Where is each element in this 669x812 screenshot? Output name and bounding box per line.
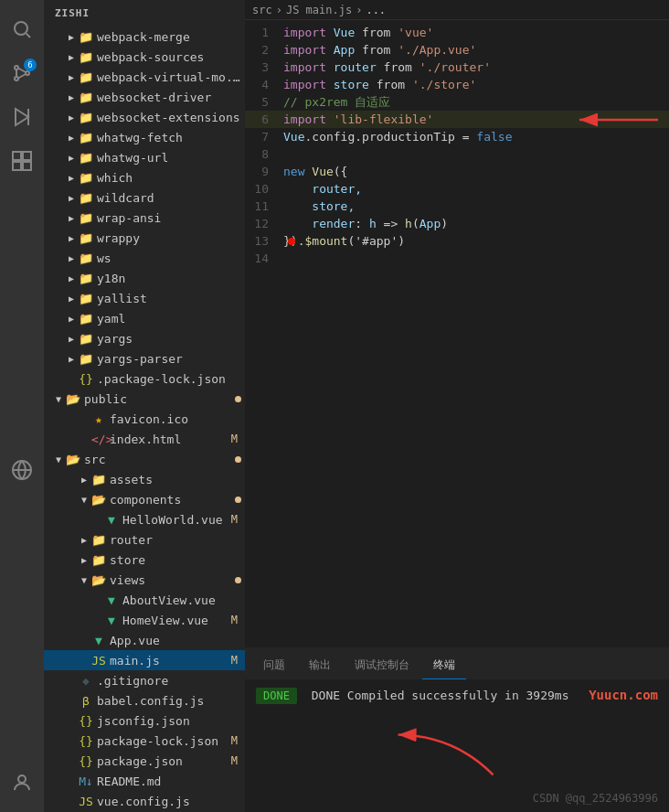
sidebar-item-whatwg-fetch[interactable]: ▶ 📁 whatwg-fetch <box>44 127 245 147</box>
search-activity-icon[interactable] <box>0 7 44 51</box>
vue-icon: ▼ <box>91 634 106 647</box>
sidebar-item-websocket-extensions[interactable]: ▶ 📁 websocket-extensions <box>44 107 245 127</box>
json-icon: {} <box>79 734 93 748</box>
item-label: webpack-virtual-mo... <box>97 70 245 84</box>
sidebar-item-package-lock[interactable]: ▶ {} .package-lock.json <box>44 369 245 389</box>
code-editor[interactable]: 1 import Vue from 'vue' 2 import App fro… <box>245 20 669 647</box>
arrow-icon: ▶ <box>64 72 79 82</box>
sidebar-item-assets[interactable]: ▶ 📁 assets <box>44 469 245 489</box>
line-content: store, <box>283 198 669 215</box>
sidebar-item-wrappy[interactable]: ▶ 📁 wrappy <box>44 228 245 248</box>
sidebar-item-main-js[interactable]: ▶ JS main.js M <box>44 650 245 670</box>
sidebar-item-y18n[interactable]: ▶ 📁 y18n <box>44 268 245 288</box>
breadcrumb-sep1: › <box>276 4 282 16</box>
sidebar-item-homeview[interactable]: ▶ ▼ HomeView.vue M <box>44 610 245 630</box>
tab-terminal[interactable]: 终端 <box>422 652 466 679</box>
sidebar-item-wildcard[interactable]: ▶ 📁 wildcard <box>44 187 245 208</box>
line-content: new Vue({ <box>283 163 669 180</box>
folder-icon: 📂 <box>66 453 80 466</box>
modified-dot <box>235 497 241 503</box>
sidebar-item-readme[interactable]: ▶ M↓ README.md <box>44 771 245 791</box>
scm-activity-icon[interactable]: 6 <box>0 51 44 95</box>
code-line-13: 13 }).$mount('#app') <box>245 232 669 250</box>
arrow-icon: ▶ <box>77 475 91 485</box>
item-label: webpack-sources <box>97 50 245 64</box>
extensions-activity-icon[interactable] <box>0 139 44 183</box>
account-activity-icon[interactable] <box>0 761 44 805</box>
item-label: ws <box>97 251 245 265</box>
breadcrumb: src › JS main.js › ... <box>245 0 669 20</box>
sidebar-item-yargs-parser[interactable]: ▶ 📁 yargs-parser <box>44 348 245 369</box>
arrow-icon: ▶ <box>64 253 79 263</box>
line-content: import store from './store' <box>283 76 669 93</box>
arrow-icon: ▶ <box>64 112 79 123</box>
babel-icon: β <box>79 694 93 708</box>
sidebar-item-wrap-ansi[interactable]: ▶ 📁 wrap-ansi <box>44 208 245 228</box>
sidebar-item-yallist[interactable]: ▶ 📁 yallist <box>44 288 245 308</box>
item-label: webpack-merge <box>97 30 245 44</box>
sidebar-item-babel[interactable]: ▶ β babel.config.js <box>44 690 245 710</box>
code-line-6: 6 import 'lib-flexible' <box>245 111 669 128</box>
sidebar-item-gitignore[interactable]: ▶ ◆ .gitignore <box>44 670 245 690</box>
run-activity-icon[interactable] <box>0 95 44 139</box>
sidebar-item-components[interactable]: ▼ 📂 components <box>44 489 245 509</box>
sidebar-item-favicon[interactable]: ▶ ★ favicon.ico <box>44 409 245 429</box>
arrow-icon: ▶ <box>64 233 79 243</box>
arrow-icon: ▶ <box>64 294 79 304</box>
svg-rect-12 <box>13 162 21 170</box>
code-line-9: 9 new Vue({ <box>245 163 669 180</box>
line-number: 12 <box>245 217 283 230</box>
arrow-icon: ▶ <box>77 555 91 565</box>
sidebar-item-package-json[interactable]: ▶ {} package.json M <box>44 751 245 771</box>
folder-icon: 📁 <box>79 50 93 64</box>
sidebar-item-yargs[interactable]: ▶ 📁 yargs <box>44 328 245 348</box>
folder-icon: 📁 <box>79 111 93 124</box>
item-label: which <box>97 171 245 185</box>
sidebar-item-helloworld[interactable]: ▶ ▼ HelloWorld.vue M <box>44 509 245 529</box>
sidebar-item-jsconfig[interactable]: ▶ {} jsconfig.json <box>44 710 245 731</box>
remote-activity-icon[interactable] <box>0 450 44 494</box>
tab-problems[interactable]: 问题 <box>252 652 296 679</box>
line-number: 10 <box>245 182 283 196</box>
sidebar-item-ws[interactable]: ▶ 📁 ws <box>44 248 245 268</box>
sidebar-item-store[interactable]: ▶ 📁 store <box>44 550 245 570</box>
modified-indicator: M <box>231 513 238 526</box>
tab-output[interactable]: 输出 <box>298 652 342 679</box>
folder-icon: 📁 <box>79 30 93 44</box>
sidebar-item-vue-config[interactable]: ▶ JS vue.config.js <box>44 791 245 811</box>
sidebar-item-which[interactable]: ▶ 📁 which <box>44 167 245 187</box>
sidebar-item-router[interactable]: ▶ 📁 router <box>44 529 245 550</box>
sidebar-item-aboutview[interactable]: ▶ ▼ AboutView.vue <box>44 590 245 610</box>
arrow-icon: ▶ <box>77 535 91 545</box>
sidebar-item-views[interactable]: ▼ 📂 views <box>44 570 245 590</box>
item-label: components <box>110 493 231 507</box>
line-number: 11 <box>245 199 283 213</box>
watermark: Yuucn.com <box>589 688 658 702</box>
sidebar-title: ZISHI <box>44 0 245 27</box>
sidebar-item-webpack-sources[interactable]: ▶ 📁 webpack-sources <box>44 47 245 67</box>
bottom-panel: 问题 输出 调试控制台 终端 DONE DONE Compiled succes… <box>245 647 669 812</box>
sidebar-item-app-vue[interactable]: ▶ ▼ App.vue <box>44 630 245 650</box>
red-arrow-sidebar <box>384 720 509 785</box>
line-number: 7 <box>245 130 283 144</box>
sidebar-item-package-lock-json[interactable]: ▶ {} package-lock.json M <box>44 731 245 751</box>
folder-icon: 📁 <box>79 151 93 165</box>
vue-icon: ▼ <box>104 593 119 607</box>
sidebar-item-webpack-merge[interactable]: ▶ 📁 webpack-merge <box>44 27 245 47</box>
modified-dot <box>235 456 241 463</box>
activity-bar: 6 <box>0 0 44 812</box>
item-label: vue.config.js <box>97 795 245 808</box>
line-content: import App from './App.vue' <box>283 41 669 59</box>
sidebar-item-yaml[interactable]: ▶ 📁 yaml <box>44 308 245 328</box>
item-label: store <box>110 553 245 567</box>
sidebar-item-webpack-virtual[interactable]: ▶ 📁 webpack-virtual-mo... <box>44 67 245 87</box>
terminal-output: DONE Compiled successfully in 3929ms <box>312 689 569 702</box>
folder-icon: 📁 <box>79 231 93 245</box>
sidebar-item-whatwg-url[interactable]: ▶ 📁 whatwg-url <box>44 147 245 167</box>
sidebar-item-src[interactable]: ▼ 📂 src <box>44 449 245 469</box>
sidebar-item-public[interactable]: ▼ 📂 public <box>44 389 245 409</box>
sidebar-item-websocket-driver[interactable]: ▶ 📁 websocket-driver <box>44 87 245 107</box>
sidebar-item-index-html[interactable]: ▶ </> index.html M <box>44 429 245 449</box>
arrow-icon: ▶ <box>64 314 79 324</box>
tab-debug-console[interactable]: 调试控制台 <box>344 652 420 679</box>
